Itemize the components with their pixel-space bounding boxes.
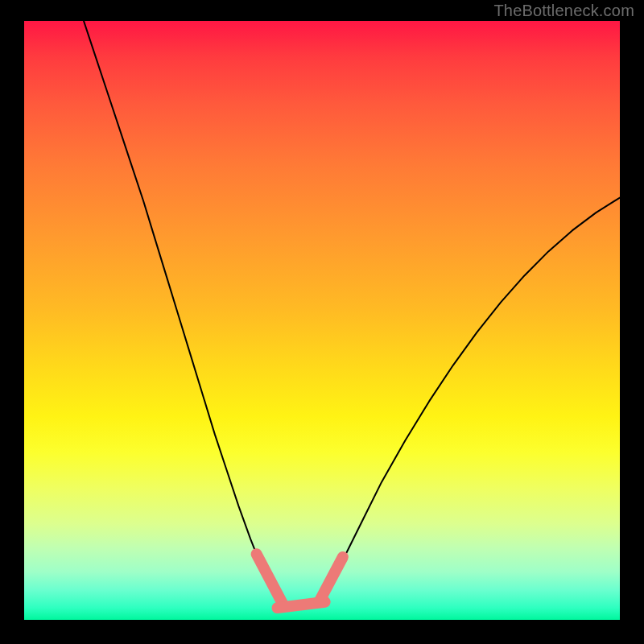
series-highlight-right bbox=[319, 557, 343, 602]
curves-overlay bbox=[24, 21, 620, 620]
series-highlight-left bbox=[257, 554, 283, 605]
series-curve-right bbox=[322, 198, 620, 597]
watermark-label: TheBottleneck.com bbox=[493, 2, 634, 20]
chart-frame: TheBottleneck.com bbox=[0, 0, 644, 644]
plot-area bbox=[24, 21, 620, 620]
series-curve-left bbox=[84, 21, 283, 602]
